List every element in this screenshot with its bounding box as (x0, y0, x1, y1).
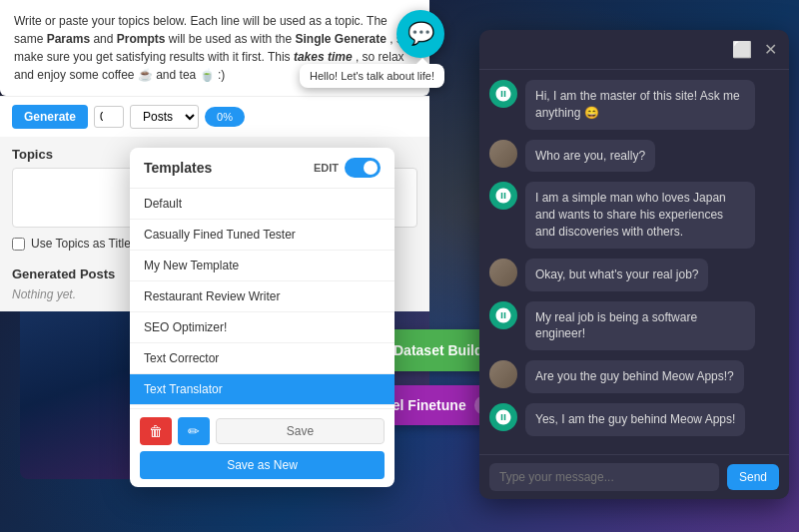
chat-message-4: My real job is being a software engineer… (489, 301, 779, 351)
templates-header: Templates EDIT (130, 148, 395, 189)
info-bold-single: Single Generate (296, 32, 387, 46)
info-text-2: and (93, 32, 116, 46)
template-item-4[interactable]: SEO Optimizer! (130, 312, 395, 343)
chat-message-5: Are you the guy behind Meow Apps!? (489, 360, 779, 393)
save-button[interactable]: Save (216, 418, 385, 444)
chat-bubble-4: My real job is being a software engineer… (525, 301, 755, 351)
template-item-1[interactable]: Casually Fined Tuned Tester (130, 220, 395, 251)
edit-button[interactable]: ✏ (178, 417, 210, 445)
info-bold-params: Params (47, 32, 90, 46)
chat-input-area: Send (479, 454, 789, 499)
posts-select[interactable]: Posts (130, 105, 199, 129)
chat-message-1: Who are you, really? (489, 140, 779, 173)
save-as-new-button[interactable]: Save as New (140, 451, 385, 479)
chat-header: ⬜ ✕ (479, 30, 789, 70)
chat-bubble-6: Yes, I am the guy behind Meow Apps! (525, 403, 745, 436)
chat-messages: Hi, I am the master of this site! Ask me… (479, 70, 789, 454)
delete-button[interactable]: 🗑 (140, 417, 172, 445)
chat-message-3: Okay, but what's your real job? (489, 259, 779, 291)
edit-toggle-area: EDIT (314, 158, 381, 178)
templates-panel: Templates EDIT DefaultCasually Fined Tun… (130, 148, 395, 487)
ai-avatar-0 (489, 80, 517, 108)
chat-bubble-0: Hi, I am the master of this site! Ask me… (525, 80, 755, 130)
edit-label: EDIT (314, 162, 339, 174)
chat-message-2: I am a simple man who loves Japan and wa… (489, 182, 779, 248)
chat-bubble-1: Who are you, really? (525, 140, 655, 173)
templates-list: DefaultCasually Fined Tuned TesterMy New… (130, 189, 395, 408)
chat-panel: ⬜ ✕ Hi, I am the master of this site! As… (479, 30, 789, 499)
ai-avatar-2 (489, 182, 517, 210)
footer-btn-row: 🗑 ✏ Save (140, 417, 385, 445)
user-avatar-5 (489, 360, 517, 388)
info-italic: takes time (294, 50, 353, 64)
chat-icon-emoji: 💬 (407, 21, 434, 47)
template-item-5[interactable]: Text Corrector (130, 343, 395, 374)
topics-checkbox[interactable] (12, 238, 25, 251)
chat-message-6: Yes, I am the guy behind Meow Apps! (489, 403, 779, 436)
chat-float-bubble: Hello! Let's talk about life! (300, 64, 444, 88)
chat-send-button[interactable]: Send (727, 464, 779, 490)
templates-footer: 🗑 ✏ Save Save as New (130, 408, 395, 487)
chat-message-0: Hi, I am the master of this site! Ask me… (489, 80, 779, 130)
chat-bubble-3: Okay, but what's your real job? (525, 259, 708, 291)
ai-avatar-4 (489, 301, 517, 329)
chat-float-icon[interactable]: 💬 (397, 10, 444, 58)
template-item-6[interactable]: Text Translator (130, 374, 395, 405)
edit-toggle-switch[interactable] (345, 158, 381, 178)
count-input[interactable] (94, 106, 124, 128)
chat-bubble-2: I am a simple man who loves Japan and wa… (525, 182, 755, 248)
templates-title: Templates (144, 160, 212, 176)
checkbox-label: Use Topics as Titles (31, 237, 137, 251)
chat-input[interactable] (489, 463, 719, 491)
toolbar: Generate Posts 0% (0, 96, 429, 137)
chat-close-button[interactable]: ✕ (762, 38, 779, 61)
template-item-2[interactable]: My New Template (130, 251, 395, 281)
ai-avatar-6 (489, 403, 517, 431)
user-avatar-1 (489, 140, 517, 168)
template-item-0[interactable]: Default (130, 189, 395, 220)
chat-bubble-5: Are you the guy behind Meow Apps!? (525, 360, 744, 393)
chat-expand-button[interactable]: ⬜ (730, 38, 754, 61)
user-avatar-3 (489, 259, 517, 286)
info-text-3: will be used as with the (169, 32, 296, 46)
info-bold-prompts: Prompts (117, 32, 166, 46)
template-item-3[interactable]: Restaurant Review Writer (130, 281, 395, 312)
progress-button[interactable]: 0% (205, 107, 245, 127)
generate-button[interactable]: Generate (12, 105, 88, 129)
